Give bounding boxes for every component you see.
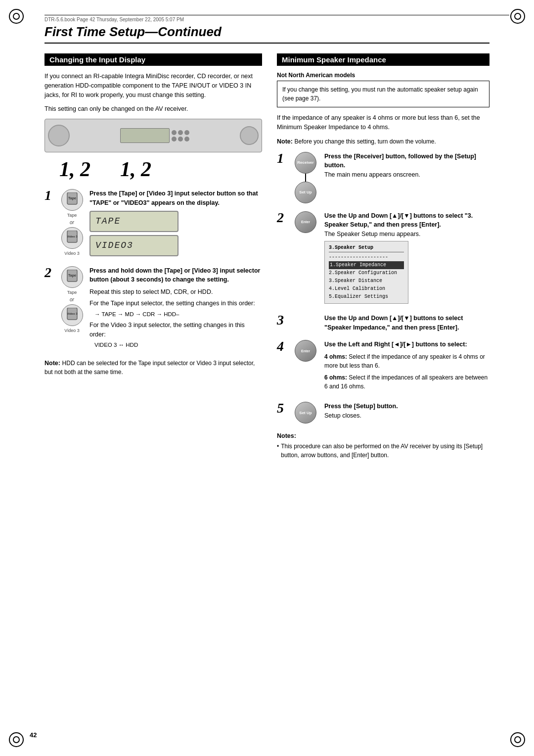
notes-bottom-item-1: • This procedure can also be performed o… (277, 442, 490, 460)
left-step-1-number: 1 (44, 188, 58, 203)
dev-btn-4 (172, 137, 177, 142)
tape-button-icon: Tape (61, 189, 83, 211)
left-step-2-icon: Tape Tape or Video 3 Video 3 (58, 266, 86, 333)
right-step-5-content: Press the [Setup] button. Setup closes. (324, 402, 490, 421)
file-header: DTR-5.6.book Page 42 Thursday, September… (44, 15, 509, 22)
lcd-tape: TAPE (89, 211, 178, 232)
right-step-5-icon: Set Up (291, 402, 320, 424)
right-step-1-bold: Press the [Receiver] button, followed by… (324, 153, 476, 169)
dev-btn-2 (178, 130, 183, 135)
right-step-2-sub: The Speaker Setup menu appears. (324, 230, 490, 239)
dev-btn-5 (178, 137, 183, 142)
left-step-2-content: Press and hold down the [Tape] or [Video… (89, 266, 262, 352)
ohms-4-label: 4 ohms: (324, 353, 347, 360)
page-number: 42 (30, 731, 37, 739)
right-step-3-bold: Use the Up and Down [▲]/[▼] buttons to s… (324, 315, 463, 331)
not-na-label: Not North American models (277, 72, 490, 79)
notes-bottom-title: Notes: (277, 431, 490, 441)
left-intro-2: This setting can only be changed on the … (44, 104, 262, 114)
right-step-1-number: 1 (277, 151, 287, 166)
tape-hold-label: Tape (67, 290, 77, 295)
ohms-4: 4 ohms: Select if the impedance of any s… (324, 352, 490, 370)
page-title-prefix: First Time Setup (44, 24, 145, 39)
left-step-2: 2 Tape Tape or Video 3 (44, 266, 262, 352)
right-section-header: Minimum Speaker Impedance (277, 53, 490, 66)
numbers-display: 1, 2 1, 2 (44, 157, 262, 181)
notes-bottom-text-1: This procedure can also be performed on … (281, 442, 490, 460)
right-column: Minimum Speaker Impedance Not North Amer… (277, 53, 490, 460)
left-note-text: HDD can be selected for the Tape input s… (44, 360, 255, 376)
right-step-1-sub: The main menu appears onscreen. (324, 170, 490, 180)
corner-mark-br (510, 732, 525, 747)
enter-button-4: Enter (295, 340, 316, 362)
right-step-3-number: 3 (277, 313, 287, 328)
svg-text:Tape: Tape (68, 274, 76, 278)
two-column-layout: Changing the Input Display If you connec… (44, 53, 490, 460)
right-note-text: Before you change this setting, turn dow… (295, 138, 436, 145)
left-step-1-content: Press the [Tape] or [Video 3] input sele… (89, 189, 262, 259)
right-step-1-icon: Receiver Set Up (291, 152, 320, 203)
or-text-2: or (70, 297, 74, 302)
dev-btn-3 (184, 130, 189, 135)
menu-item-3: 3.Speaker Distance (329, 277, 404, 285)
right-step-5-sub: Setup closes. (324, 411, 490, 421)
video3-label: Video 3 (64, 251, 79, 256)
receiver-button: Receiver (295, 152, 316, 174)
right-note-title: Note: (277, 138, 293, 145)
or-text-1: or (70, 220, 74, 225)
right-step-4: 4 Enter Use the Left and Right [◄]/[►] b… (277, 340, 490, 394)
setup-button-5: Set Up (295, 402, 316, 424)
menu-item-4: 4.Level Calibration (329, 285, 404, 293)
bullet-1: • (277, 442, 279, 460)
tape-sequence: → TAPE → MD → CDR → HDD– (89, 310, 262, 319)
left-intro-1: If you connect an RI-capable Integra Min… (44, 72, 262, 99)
device-image (44, 119, 262, 152)
right-step-1: 1 Receiver Set Up Press the [Receiver] b… (277, 152, 490, 203)
corner-mark-tl (9, 9, 24, 24)
dev-btn-6 (184, 137, 189, 142)
ohms-6-text: Select if the impedances of all speakers… (324, 374, 488, 390)
right-step-1-content: Press the [Receiver] button, followed by… (324, 152, 490, 180)
left-note-title: Note: (44, 360, 60, 367)
left-step-2-sub2: For the Tape input selector, the setting… (89, 299, 262, 308)
device-knob-left (48, 125, 70, 146)
left-step-2-number: 2 (44, 265, 58, 281)
right-step-2-bold: Use the Up and Down [▲]/[▼] buttons to s… (324, 212, 473, 229)
left-column: Changing the Input Display If you connec… (44, 53, 262, 460)
right-step-2-icon: Enter (291, 211, 320, 233)
menu-separator: -------------------- (329, 253, 404, 261)
left-step-2-sub3: For the Video 3 input selector, the sett… (89, 321, 262, 339)
tape-hold-icon: Tape (61, 266, 83, 288)
video-sequence: VIDEO 3 ↔ HDD (89, 341, 262, 349)
svg-text:Tape: Tape (68, 196, 76, 200)
right-note: Note: Before you change this setting, tu… (277, 137, 490, 146)
page-title: First Time Setup—Continued (44, 24, 490, 44)
device-knob-right (240, 126, 259, 145)
svg-text:Video 3: Video 3 (67, 312, 78, 315)
right-intro-1: If the impedance of any speaker is 4 ohm… (277, 113, 490, 132)
right-step-5-number: 5 (277, 401, 287, 416)
enter-button-2: Enter (295, 211, 316, 233)
left-section-header: Changing the Input Display (44, 53, 262, 66)
left-step-2-bold: Press and hold down the [Tape] or [Video… (89, 267, 260, 284)
lcd-video3: VIDEO3 (89, 235, 178, 256)
setup-button-1: Set Up (295, 182, 316, 203)
menu-item-1: 1.Speaker Impedance (329, 261, 404, 269)
dev-btn-1 (172, 130, 177, 135)
right-step-3-content: Use the Up and Down [▲]/[▼] buttons to s… (324, 314, 490, 332)
video3-hold-icon: Video 3 (61, 304, 83, 326)
menu-title: 3.Speaker Setup (329, 244, 404, 252)
right-step-5-bold: Press the [Setup] button. (324, 403, 398, 410)
device-display (120, 128, 170, 143)
page: DTR-5.6.book Page 42 Thursday, September… (0, 0, 534, 756)
arrow-line-1 (305, 174, 306, 182)
ohms-6: 6 ohms: Select if the impedances of all … (324, 373, 490, 391)
notes-bottom: Notes: • This procedure can also be perf… (277, 431, 490, 460)
right-step-4-icon: Enter (291, 340, 320, 362)
device-buttons (70, 128, 240, 143)
corner-mark-bl (9, 732, 24, 747)
left-step-2-sub1: Repeat this step to select MD, CDR, or H… (89, 287, 262, 297)
ohms-4-text: Select if the impedance of any speaker i… (324, 353, 485, 369)
corner-mark-tr (510, 9, 525, 24)
left-step-1-bold: Press the [Tape] or [Video 3] input sele… (89, 190, 258, 206)
